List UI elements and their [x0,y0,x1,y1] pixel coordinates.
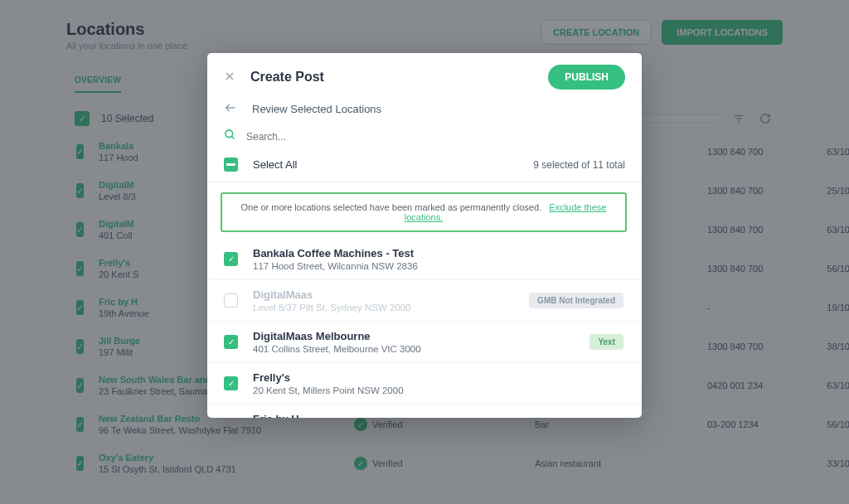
location-info: DigitalMaas Melbourne401 Collins Street,… [253,330,575,354]
svg-point-8 [226,130,233,138]
svg-line-9 [231,136,234,138]
list-item[interactable]: ✓Bankala Coffee Machines - Test117 Hood … [207,239,640,280]
modal-search [207,128,642,153]
status-badge: GMB Not Integrated [529,293,623,308]
location-name: Fric by H [253,413,623,418]
publish-button[interactable]: PUBLISH [548,65,625,90]
search-icon [224,128,236,144]
alert-text: One or more locations selected have been… [241,202,542,212]
location-address: Level 8/37 Pitt St, Sydney NSW 2000 [253,303,514,313]
modal-header: Create Post PUBLISH [207,53,642,96]
modal-title: Create Post [250,70,324,85]
list-item[interactable]: ✓DigitalMaas Melbourne401 Collins Street… [207,322,640,363]
select-all-checkbox[interactable] [224,158,238,172]
list-item[interactable]: ✓DigitalMaasLevel 8/37 Pitt St, Sydney N… [207,280,640,322]
location-info: Frelly's20 Kent St, Millers Point NSW 20… [253,371,623,395]
location-name: DigitalMaas Melbourne [253,330,575,342]
location-checkbox[interactable]: ✓ [224,293,238,308]
list-item[interactable]: ✓Frelly's20 Kent St, Millers Point NSW 2… [207,363,640,405]
location-address: 401 Collins Street, Melbourne VIC 3000 [253,344,575,354]
location-address: 20 Kent St, Millers Point NSW 2000 [253,385,623,395]
locations-list[interactable]: One or more locations selected have been… [207,182,642,418]
close-icon[interactable] [224,70,235,85]
review-locations-label: Review Selected Locations [252,103,381,115]
location-info: DigitalMaasLevel 8/37 Pitt St, Sydney NS… [253,288,514,313]
modal-subheader: Review Selected Locations [207,96,642,128]
location-info: Bankala Coffee Machines - Test117 Hood S… [253,247,623,271]
list-item[interactable]: ✓Fric by H19th Avenue, West Rembo Makati… [207,405,640,418]
location-checkbox[interactable]: ✓ [224,376,238,390]
location-checkbox[interactable]: ✓ [224,252,238,266]
location-info: Fric by H19th Avenue, West Rembo Makati … [253,413,623,418]
select-all-label: Select All [253,158,297,171]
create-post-modal: Create Post PUBLISH Review Selected Loca… [207,53,642,418]
closed-alert: One or more locations selected have been… [221,192,627,232]
search-input[interactable] [246,131,625,143]
back-arrow-icon[interactable] [224,101,237,117]
status-badge: Yext [589,334,623,350]
location-address: 117 Hood Street, Wilcannia NSW 2836 [253,261,623,271]
location-name: DigitalMaas [253,288,514,301]
location-name: Frelly's [253,371,623,384]
location-checkbox[interactable]: ✓ [224,335,238,349]
select-all-row: Select All 9 selected of 11 total [207,153,642,182]
location-name: Bankala Coffee Machines - Test [253,247,623,259]
modal-overlay: Create Post PUBLISH Review Selected Loca… [0,0,849,504]
selection-count: 9 selected of 11 total [533,159,625,171]
